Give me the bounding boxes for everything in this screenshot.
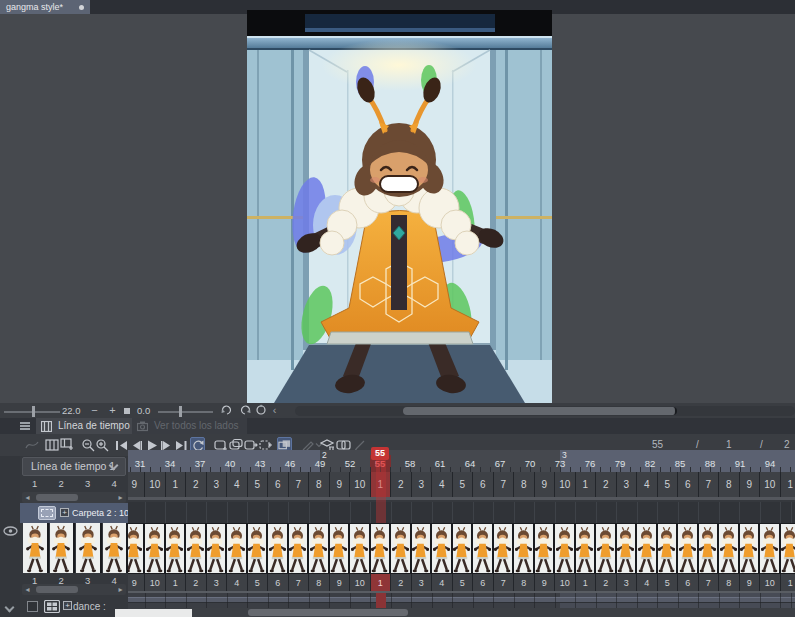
tab-linea-de-tiempo[interactable]: Línea de tiempo <box>36 418 138 434</box>
cel-number-cell[interactable]: 7 <box>289 472 310 497</box>
undo-icon[interactable] <box>220 404 233 417</box>
expand-dance-plus-icon[interactable]: + <box>63 601 72 610</box>
cel-number-cell[interactable]: 7 <box>494 574 515 591</box>
cel-thumbnail[interactable] <box>227 524 248 573</box>
cel-number-cell[interactable]: 1 <box>166 574 187 591</box>
cel-number-cell[interactable]: 2 <box>596 574 617 591</box>
cel-number-cell[interactable]: 1 <box>371 574 392 591</box>
scroll-left-arrow[interactable]: ◂ <box>23 493 32 502</box>
cel-thumbnail[interactable] <box>781 524 795 573</box>
cel-number-cell[interactable]: 4 <box>432 574 453 591</box>
flip-view-icon[interactable]: ‹ <box>268 404 281 417</box>
cel-thumbnail[interactable] <box>740 524 761 573</box>
cel-thumbnail[interactable] <box>535 524 556 573</box>
cel-number-cell[interactable]: 6 <box>678 472 699 497</box>
cel-number-cell[interactable]: 5 <box>248 574 269 591</box>
unsaved-indicator-dot[interactable] <box>79 5 84 10</box>
timeline-scrollbar-thumb[interactable] <box>248 609 408 616</box>
cel-number-cell[interactable]: 5 <box>248 472 269 497</box>
canvas-horizontal-scrollbar[interactable] <box>295 406 795 416</box>
cel-thumbnail[interactable] <box>596 524 617 573</box>
cel-thumbnail[interactable] <box>186 524 207 573</box>
cel-number-cell[interactable]: 9 <box>535 574 556 591</box>
rotation-slider-thumb[interactable] <box>179 406 182 417</box>
cel-number-cell[interactable]: 8 <box>514 472 535 497</box>
cel-number-cell[interactable]: 1 <box>576 472 597 497</box>
scroll-right-arrow[interactable]: ▸ <box>116 493 125 502</box>
reset-zoom-icon[interactable] <box>124 408 130 414</box>
cel-thumbnail[interactable] <box>494 524 515 573</box>
timeline-ruler[interactable]: 3134374043464952555861646770737679828588… <box>128 450 795 472</box>
cel-number-cell[interactable]: 4 <box>637 574 658 591</box>
panel-menu-icon[interactable] <box>20 422 30 430</box>
cel-number-cell[interactable]: 4 <box>637 472 658 497</box>
cel-number-cell[interactable]: 3 <box>412 472 433 497</box>
cel-thumbnail[interactable] <box>128 524 145 573</box>
zoom-out-button[interactable]: − <box>88 404 101 417</box>
cel-number-cell[interactable]: 10 <box>145 574 166 591</box>
cel-number-cell[interactable]: 6 <box>268 472 289 497</box>
cel-number-cell[interactable]: 2 <box>186 472 207 497</box>
cel-number-cell[interactable]: 3 <box>412 574 433 591</box>
cel-number-cell[interactable]: 9 <box>740 472 761 497</box>
cel-thumbnail[interactable] <box>719 524 740 573</box>
left-panel-scrollbar-bottom[interactable]: ◂ ▸ <box>22 584 126 595</box>
cel-thumbnail[interactable] <box>371 524 392 573</box>
cel-number-cell[interactable]: 5 <box>453 472 474 497</box>
timeline-panel-icon[interactable] <box>44 437 59 453</box>
dance-layer-checkbox[interactable] <box>27 601 38 612</box>
carpeta-track-row[interactable] <box>128 502 795 523</box>
cel-thumbnail-strip[interactable] <box>128 523 795 574</box>
cel-number-cell[interactable]: 2 <box>186 574 207 591</box>
cel-number-cell[interactable]: 10 <box>555 574 576 591</box>
expand-layer-plus-icon[interactable]: + <box>60 508 69 517</box>
cel-number-cell[interactable]: 3 <box>617 574 638 591</box>
cel-thumbnail[interactable] <box>330 524 351 573</box>
scrollbar-thumb[interactable] <box>36 494 78 501</box>
cel-number-cell[interactable]: 1 <box>166 472 187 497</box>
cel-number-cell[interactable]: 8 <box>719 574 740 591</box>
cel-thumbnail[interactable] <box>678 524 699 573</box>
tab-ver-todos-los-lados[interactable]: Ver todos los lados <box>132 418 247 434</box>
left-panel-cel-thumbnail[interactable] <box>50 523 76 573</box>
cel-number-cell[interactable]: 8 <box>309 574 330 591</box>
new-timeline-icon[interactable] <box>59 437 74 453</box>
cel-thumbnail[interactable] <box>166 524 187 573</box>
cel-number-cell[interactable]: 4 <box>432 472 453 497</box>
cel-number-cell[interactable]: 1 <box>576 574 597 591</box>
cel-number-cell[interactable]: 3 <box>617 472 638 497</box>
cel-number-cell[interactable]: 9 <box>535 472 556 497</box>
cel-thumbnail[interactable] <box>412 524 433 573</box>
cel-number-cell[interactable]: 5 <box>658 472 679 497</box>
cel-number-cell[interactable]: 4 <box>227 574 248 591</box>
cel-thumbnail[interactable] <box>432 524 453 573</box>
cel-number-cell[interactable]: 7 <box>494 472 515 497</box>
cel-number-row-bottom[interactable]: 89101234567891012345678910123456789101 <box>128 574 795 591</box>
left-panel-cel-thumbnail[interactable] <box>76 523 102 573</box>
zoom-slider-thumb[interactable] <box>32 406 35 417</box>
cel-thumbnail[interactable] <box>760 524 781 573</box>
layer-row-carpeta[interactable]: + Carpeta 2 : 10 : cel <box>20 503 128 523</box>
cel-number-cell[interactable]: 4 <box>227 472 248 497</box>
cel-number-cell[interactable]: 3 <box>207 472 228 497</box>
cel-number-cell[interactable]: 3 <box>207 574 228 591</box>
cel-number-cell[interactable]: 7 <box>289 574 310 591</box>
cel-thumbnail[interactable] <box>248 524 269 573</box>
curve-editor-icon[interactable] <box>24 437 39 453</box>
dance-track-row[interactable] <box>128 593 795 608</box>
cel-number-cell[interactable]: 8 <box>514 574 535 591</box>
scroll-right-arrow[interactable]: ▸ <box>116 585 125 594</box>
cel-number-cell[interactable]: 8 <box>719 472 740 497</box>
cel-number-cell[interactable]: 10 <box>760 574 781 591</box>
skip-to-start-icon[interactable] <box>114 437 129 453</box>
timeline-select-dropdown[interactable]: Línea de tiempo 1 <box>22 457 126 476</box>
cel-thumbnail[interactable] <box>453 524 474 573</box>
cel-thumbnail[interactable] <box>473 524 494 573</box>
left-panel-cel-thumbnail[interactable] <box>23 523 49 573</box>
layer-row-dance[interactable]: + dance : <box>20 596 128 617</box>
playhead-marker[interactable]: 55 <box>371 447 389 460</box>
cel-number-cell[interactable]: 9 <box>128 472 145 497</box>
zoom-in-timeline-icon[interactable] <box>94 437 109 453</box>
document-tab[interactable]: gangma style* <box>0 0 90 14</box>
cel-thumbnail[interactable] <box>309 524 330 573</box>
